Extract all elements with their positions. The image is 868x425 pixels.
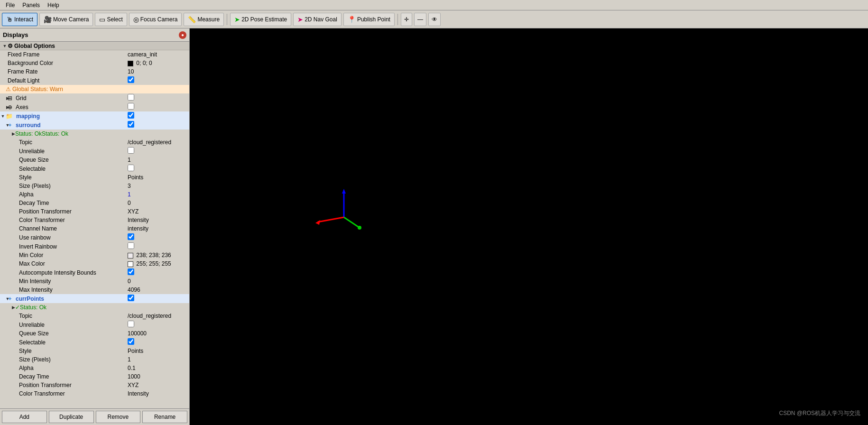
surround-invert-checkbox[interactable] — [128, 242, 134, 249]
duplicate-button[interactable]: Duplicate — [49, 411, 94, 423]
curr-points-arrow[interactable]: ▼ — [0, 296, 8, 302]
curr-topic-row: Topic /cloud_registered — [0, 312, 189, 320]
default-light-checkbox[interactable] — [128, 76, 134, 83]
panel-close-btn[interactable]: ● — [179, 31, 186, 39]
move-camera-btn[interactable]: 🎥 Move Camera — [39, 13, 93, 26]
frame-rate-value[interactable]: 10 — [128, 68, 189, 75]
tree-area[interactable]: ▼ ⚙ Global Options Fixed Frame camera_in… — [0, 42, 189, 408]
curr-points-checkbox[interactable] — [128, 295, 134, 301]
surround-rainbow-checkbox[interactable] — [128, 233, 134, 240]
curr-size-value[interactable]: 1 — [128, 356, 189, 363]
curr-selectable-checkbox[interactable] — [128, 338, 134, 345]
interact-btn[interactable]: 🖱 Interact — [2, 13, 37, 26]
mapping-label: mapping — [14, 113, 128, 120]
curr-style-value[interactable]: Points — [128, 348, 189, 354]
rename-button[interactable]: Rename — [142, 411, 187, 423]
eye-icon: 👁 — [432, 16, 437, 23]
mapping-checkbox[interactable] — [128, 112, 134, 119]
2d-pose-label: 2D Pose Estimate — [241, 16, 287, 23]
curr-points-status-arrow[interactable]: ▶ — [0, 305, 13, 310]
surround-channel-value[interactable]: intensity — [128, 225, 189, 232]
menu-panels[interactable]: Panels — [18, 1, 44, 9]
surround-alpha-value[interactable]: 1 — [128, 191, 189, 198]
curr-unreliable-checkbox[interactable] — [128, 321, 134, 327]
global-status-icon: ⚠ — [6, 86, 11, 92]
panel-header: Displays ● — [0, 28, 189, 42]
2d-nav-btn[interactable]: ➤ 2D Nav Goal — [293, 13, 342, 26]
surround-topic-value[interactable]: /cloud_registered — [128, 139, 189, 146]
bg-color-row: Background Color 0; 0; 0 — [0, 59, 189, 67]
curr-points-status-label: ✓ — [13, 304, 20, 311]
surround-queue-value[interactable]: 1 — [128, 157, 189, 163]
global-status-arrow[interactable] — [0, 86, 6, 92]
axes-checkbox-cell[interactable] — [128, 103, 189, 111]
axes-checkbox[interactable] — [128, 103, 134, 110]
mapping-arrow[interactable]: ▼ — [0, 113, 6, 119]
surround-autocompute-checkbox[interactable] — [128, 268, 134, 275]
surround-style-value[interactable]: Points — [128, 174, 189, 181]
global-status-row[interactable]: ⚠ Global Status: Warn — [0, 85, 189, 93]
surround-pos-trans-row: Position Transformer XYZ — [0, 207, 189, 216]
surround-col-trans-value[interactable]: Intensity — [128, 217, 189, 223]
surround-autocompute-cell[interactable] — [128, 268, 189, 277]
axes-arrow[interactable]: ▶ — [0, 104, 8, 110]
select-btn[interactable]: ▭ Select — [95, 13, 127, 26]
grid-arrow[interactable]: ▶ — [0, 95, 8, 101]
plus-icon-btn[interactable]: ✛ — [401, 13, 412, 26]
menu-help[interactable]: Help — [44, 1, 63, 9]
default-light-value[interactable] — [128, 76, 189, 84]
surround-selectable-checkbox[interactable] — [128, 165, 134, 171]
measure-btn[interactable]: 📏 Measure — [184, 13, 224, 26]
default-light-row: Default Light — [0, 76, 189, 85]
2d-nav-icon: ➤ — [297, 16, 303, 23]
surround-unreliable-cell[interactable] — [128, 147, 189, 155]
eye-icon-btn[interactable]: 👁 — [428, 13, 441, 26]
curr-unreliable-cell[interactable] — [128, 321, 189, 329]
curr-pos-trans-value[interactable]: XYZ — [128, 382, 189, 388]
2d-pose-btn[interactable]: ➤ 2D Pose Estimate — [230, 13, 291, 26]
focus-icon: ◎ — [133, 16, 139, 23]
minus-icon-btn[interactable]: — — [414, 13, 426, 26]
global-options-arrow[interactable]: ▼ — [2, 43, 8, 49]
surround-selectable-cell[interactable] — [128, 165, 189, 173]
publish-point-btn[interactable]: 📍 Publish Point — [343, 13, 395, 26]
grid-checkbox[interactable] — [128, 94, 134, 101]
surround-max-intensity-label: Max Intensity — [0, 286, 128, 293]
surround-invert-cell[interactable] — [128, 242, 189, 250]
surround-min-intensity-value[interactable]: 0 — [128, 278, 189, 285]
fixed-frame-value[interactable]: camera_init — [128, 51, 189, 58]
grid-checkbox-cell[interactable] — [128, 94, 189, 102]
surround-decay-value[interactable]: 0 — [128, 200, 189, 206]
surround-unreliable-checkbox[interactable] — [128, 147, 134, 154]
focus-camera-btn[interactable]: ◎ Focus Camera — [129, 13, 182, 26]
surround-size-value[interactable]: 3 — [128, 183, 189, 189]
curr-col-trans-value[interactable]: Intensity — [128, 390, 189, 397]
remove-button[interactable]: Remove — [96, 411, 141, 423]
curr-alpha-value[interactable]: 0.1 — [128, 365, 189, 371]
surround-pos-trans-value[interactable]: XYZ — [128, 208, 189, 215]
surround-max-intensity-value[interactable]: 4096 — [128, 286, 189, 293]
surround-max-color-value[interactable]: 255; 255; 255 — [128, 260, 189, 267]
surround-checkbox[interactable] — [128, 121, 134, 128]
curr-selectable-cell[interactable] — [128, 338, 189, 346]
global-options-row[interactable]: ▼ ⚙ Global Options — [0, 42, 189, 50]
surround-rainbow-cell[interactable] — [128, 233, 189, 241]
surround-min-color-value[interactable]: 238; 238; 236 — [128, 252, 189, 259]
surround-checkbox-cell[interactable] — [128, 121, 189, 129]
curr-queue-value[interactable]: 100000 — [128, 330, 189, 337]
viewport[interactable]: CSDN @ROS机器人学习与交流 — [190, 28, 868, 425]
axes-icon: ⊕ — [8, 104, 12, 111]
bg-color-swatch — [128, 61, 133, 66]
curr-topic-value[interactable]: /cloud_registered — [128, 313, 189, 319]
bg-color-value[interactable]: 0; 0; 0 — [128, 60, 189, 66]
curr-points-checkbox-cell[interactable] — [128, 295, 189, 303]
curr-decay-value[interactable]: 1000 — [128, 373, 189, 380]
add-button[interactable]: Add — [2, 411, 47, 423]
surround-max-color-text: 255; 255; 255 — [136, 260, 171, 267]
curr-points-row: ▼ ✦ currPoints — [0, 294, 189, 303]
menu-file[interactable]: File — [2, 1, 18, 9]
surround-status-arrow[interactable]: ▶ — [0, 131, 13, 137]
publish-point-icon: 📍 — [348, 16, 356, 23]
mapping-checkbox-cell[interactable] — [128, 112, 189, 120]
surround-arrow[interactable]: ▼ — [0, 122, 8, 128]
